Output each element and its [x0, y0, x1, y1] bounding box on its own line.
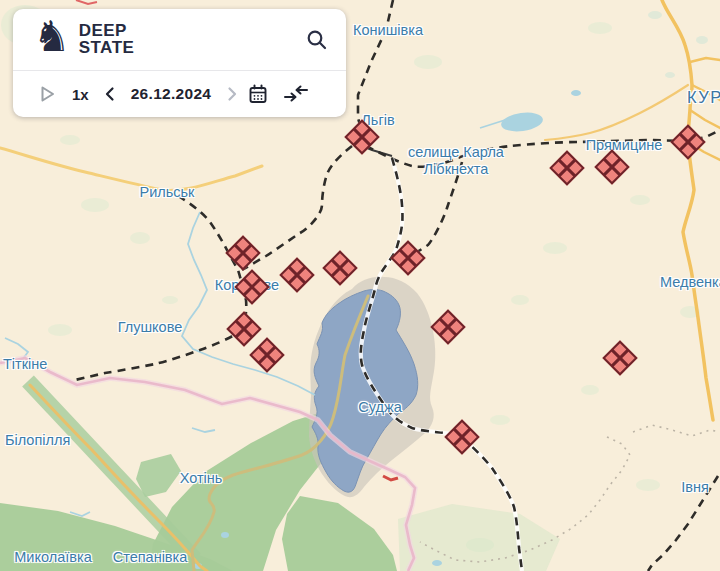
cluster-marker[interactable]: [249, 337, 284, 372]
control-card: ♞ DEEP STATE 1x: [13, 9, 346, 117]
cluster-marker[interactable]: [549, 150, 584, 185]
cluster-marker[interactable]: [279, 257, 314, 292]
prev-day-button[interactable]: [103, 86, 117, 102]
cluster-marker[interactable]: [594, 149, 629, 184]
play-icon: [39, 85, 56, 103]
map-canvas[interactable]: КонишівкаЛьгівселище Карла ЛібкнехтаПрям…: [0, 0, 720, 571]
calendar-button[interactable]: [248, 84, 268, 105]
current-date[interactable]: 26.12.2024: [131, 85, 212, 103]
cluster-marker[interactable]: [344, 119, 379, 154]
next-day-button[interactable]: [225, 86, 239, 102]
compare-arrows-icon: [283, 85, 309, 103]
cluster-marker[interactable]: [226, 311, 261, 346]
cluster-marker[interactable]: [234, 269, 269, 304]
playback-speed[interactable]: 1x: [72, 86, 89, 103]
cluster-marker[interactable]: [225, 235, 260, 270]
search-icon: [306, 29, 328, 51]
timeline-controls: 1x 26.12.2024: [13, 71, 346, 117]
cluster-marker[interactable]: [602, 340, 637, 375]
search-button[interactable]: [306, 29, 328, 51]
chevron-right-icon: [225, 86, 239, 102]
calendar-icon: [248, 84, 268, 105]
brand-line2: STATE: [79, 40, 135, 56]
knight-chess-icon: ♞: [33, 19, 71, 55]
play-button[interactable]: [39, 85, 56, 103]
header-row: ♞ DEEP STATE: [13, 9, 346, 71]
compare-button[interactable]: [283, 85, 309, 103]
chevron-left-icon: [103, 86, 117, 102]
cluster-marker[interactable]: [430, 309, 465, 344]
brand-logo: DEEP STATE: [79, 23, 135, 55]
cluster-marker[interactable]: [444, 419, 479, 454]
cluster-marker[interactable]: [322, 250, 357, 285]
cluster-marker[interactable]: [390, 240, 425, 275]
cluster-marker[interactable]: [670, 124, 705, 159]
